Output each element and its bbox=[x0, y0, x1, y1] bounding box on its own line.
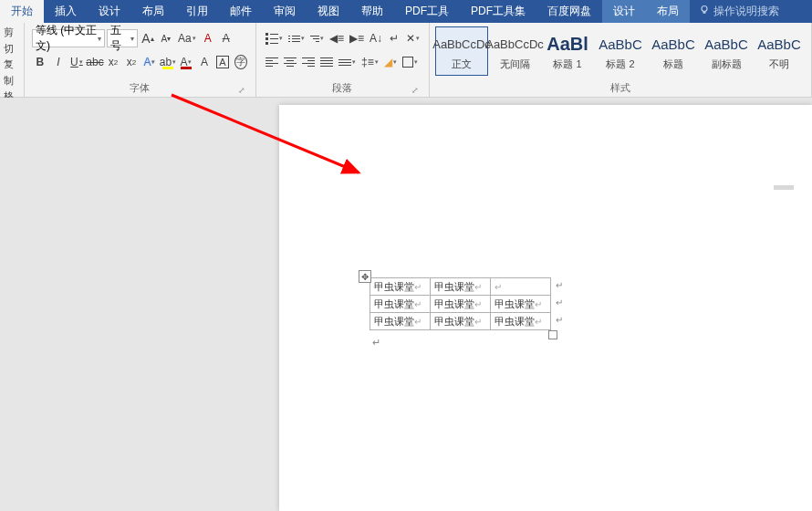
table-row[interactable]: 甲虫课堂↵ 甲虫课堂↵ 甲虫课堂↵ bbox=[370, 296, 551, 313]
highlight-button[interactable]: ab▾ bbox=[160, 53, 176, 71]
bullets-button[interactable]: ▾ bbox=[264, 29, 285, 47]
font-size-value: 五号 bbox=[110, 23, 130, 54]
tab-reference[interactable]: 引用 bbox=[175, 0, 219, 23]
tab-pdftools[interactable]: PDF工具 bbox=[394, 0, 460, 23]
document-table[interactable]: 甲虫课堂↵ 甲虫课堂↵ ↵ 甲虫课堂↵ 甲虫课堂↵ 甲虫课堂↵ 甲虫课堂↵ 甲虫… bbox=[370, 277, 551, 330]
increase-font-button[interactable]: A▴ bbox=[140, 29, 156, 47]
tab-design[interactable]: 设计 bbox=[88, 0, 131, 23]
subscript-button[interactable]: x2 bbox=[105, 53, 121, 71]
tab-pdftoolset[interactable]: PDF工具集 bbox=[460, 0, 536, 23]
multilevel-list-button[interactable]: ▾ bbox=[308, 29, 326, 47]
sort-button[interactable]: A↓ bbox=[368, 29, 384, 47]
change-case-button[interactable]: Aa▾ bbox=[176, 29, 198, 47]
style-subtitle[interactable]: AaBbC 副标题 bbox=[700, 26, 753, 76]
paragraph-dialog-launcher[interactable]: ⤢ bbox=[411, 86, 420, 95]
strikethrough-button[interactable]: abc bbox=[87, 53, 103, 71]
table-cell[interactable]: 甲虫课堂↵ bbox=[431, 313, 491, 330]
justify-button[interactable] bbox=[318, 53, 335, 71]
table-cell[interactable]: ↵ bbox=[491, 278, 551, 296]
tab-review[interactable]: 审阅 bbox=[263, 0, 307, 23]
numbering-button[interactable]: ▾ bbox=[286, 29, 307, 47]
distribute-button[interactable]: ▾ bbox=[337, 53, 358, 71]
enclose-char-button[interactable]: 字 bbox=[233, 53, 249, 71]
row-end-mark: ↵ bbox=[556, 297, 563, 308]
table-cell[interactable]: 甲虫课堂↵ bbox=[370, 278, 431, 296]
cut-button[interactable]: 剪切 bbox=[4, 25, 20, 57]
row-end-mark: ↵ bbox=[556, 315, 563, 325]
dropdown-arrow-icon: ▾ bbox=[130, 35, 134, 43]
table-cell[interactable]: 甲虫课堂↵ bbox=[431, 278, 491, 296]
style-normal[interactable]: AaBbCcDc 正文 bbox=[435, 26, 488, 76]
table-cell[interactable]: 甲虫课堂↵ bbox=[370, 313, 431, 330]
style-other[interactable]: AaBbC 不明 bbox=[753, 26, 806, 76]
text-effects-button[interactable]: A▾ bbox=[141, 53, 158, 71]
clipboard-group: 剪切 复制 格式刷 bbox=[0, 23, 25, 97]
align-center-button[interactable] bbox=[282, 53, 298, 71]
tab-layout[interactable]: 布局 bbox=[131, 0, 175, 23]
increase-indent-button[interactable]: ▶≡ bbox=[348, 29, 366, 47]
font-group: 等线 (中文正文) ▾ 五号 ▾ A▴ A▾ Aa▾ A A B I U▾ ab… bbox=[25, 23, 256, 97]
underline-button[interactable]: U▾ bbox=[68, 53, 85, 71]
table-resize-handle[interactable] bbox=[548, 330, 557, 339]
table-row[interactable]: 甲虫课堂↵ 甲虫课堂↵ ↵ bbox=[370, 278, 551, 296]
tell-me-search[interactable]: 操作说明搜索 bbox=[690, 4, 788, 19]
asian-layout-button[interactable]: ✕▾ bbox=[404, 29, 422, 47]
tab-home[interactable]: 开始 bbox=[0, 0, 44, 23]
asian-layout-icon: ✕ bbox=[406, 32, 415, 45]
phonetic-guide-button[interactable]: A bbox=[200, 29, 216, 47]
margin-indicator bbox=[774, 185, 794, 190]
shading-button[interactable]: ◢▾ bbox=[382, 53, 399, 71]
tab-insert[interactable]: 插入 bbox=[44, 0, 88, 23]
font-name-select[interactable]: 等线 (中文正文) ▾ bbox=[32, 29, 105, 47]
tab-view[interactable]: 视图 bbox=[307, 0, 350, 23]
copy-button[interactable]: 复制 bbox=[4, 57, 20, 89]
tab-mail[interactable]: 邮件 bbox=[219, 0, 263, 23]
char-border-button[interactable]: A bbox=[214, 53, 231, 71]
font-size-select[interactable]: 五号 ▾ bbox=[107, 29, 138, 47]
paragraph-mark: ↵ bbox=[372, 337, 380, 349]
style-heading1[interactable]: AaBl 标题 1 bbox=[541, 26, 594, 76]
line-spacing-button[interactable]: ‡≡▾ bbox=[359, 53, 380, 71]
tab-baidudisk[interactable]: 百度网盘 bbox=[536, 0, 602, 23]
table-row[interactable]: 甲虫课堂↵ 甲虫课堂↵ 甲虫课堂↵ bbox=[370, 313, 551, 330]
font-group-label: 字体 ⤢ bbox=[32, 79, 248, 97]
decrease-font-button[interactable]: A▾ bbox=[158, 29, 174, 47]
dropdown-arrow-icon: ▾ bbox=[98, 35, 101, 43]
align-left-button[interactable] bbox=[264, 53, 280, 71]
tab-table-design[interactable]: 设计 bbox=[602, 0, 646, 23]
style-title[interactable]: AaBbC 标题 bbox=[647, 26, 700, 76]
style-no-spacing[interactable]: AaBbCcDc 无间隔 bbox=[488, 26, 541, 76]
sort-icon: A↓ bbox=[370, 32, 382, 45]
superscript-button[interactable]: x2 bbox=[123, 53, 140, 71]
document-area[interactable]: ✥ 甲虫课堂↵ 甲虫课堂↵ ↵ 甲虫课堂↵ 甲虫课堂↵ 甲虫课堂↵ 甲虫课堂↵ … bbox=[0, 98, 812, 511]
numbering-icon bbox=[288, 36, 300, 42]
decrease-indent-button[interactable]: ◀≡ bbox=[328, 29, 346, 47]
bold-button[interactable]: B bbox=[32, 53, 48, 71]
table-cell[interactable]: 甲虫课堂↵ bbox=[491, 296, 551, 313]
move-icon: ✥ bbox=[361, 272, 369, 282]
justify-icon bbox=[320, 57, 333, 67]
table-cell[interactable]: 甲虫课堂↵ bbox=[431, 296, 491, 313]
align-left-icon bbox=[265, 57, 278, 67]
show-marks-button[interactable]: ↵ bbox=[386, 29, 402, 47]
italic-button[interactable]: I bbox=[50, 53, 67, 71]
char-shading-button[interactable]: A bbox=[196, 53, 213, 71]
clear-formatting-button[interactable]: A bbox=[218, 29, 234, 47]
table-move-handle[interactable]: ✥ bbox=[359, 270, 371, 283]
line-spacing-icon: ‡≡ bbox=[361, 56, 374, 68]
table-cell[interactable]: 甲虫课堂↵ bbox=[370, 296, 431, 313]
tab-help[interactable]: 帮助 bbox=[350, 0, 394, 23]
align-right-button[interactable] bbox=[300, 53, 317, 71]
borders-button[interactable]: ▾ bbox=[401, 53, 420, 71]
ribbon-content: 剪切 复制 格式刷 等线 (中文正文) ▾ 五号 ▾ A▴ A▾ Aa▾ A A bbox=[0, 23, 812, 98]
font-color-button[interactable]: A▾ bbox=[178, 53, 194, 71]
pilcrow-icon: ↵ bbox=[390, 32, 399, 45]
table-cell[interactable]: 甲虫课堂↵ bbox=[491, 313, 551, 330]
style-heading2[interactable]: AaBbC 标题 2 bbox=[594, 26, 647, 76]
font-dialog-launcher[interactable]: ⤢ bbox=[237, 86, 246, 95]
bulb-icon bbox=[699, 5, 710, 18]
svg-point-0 bbox=[702, 6, 707, 12]
styles-group: AaBbCcDc 正文 AaBbCcDc 无间隔 AaBl 标题 1 AaBbC… bbox=[430, 23, 812, 97]
tab-table-layout[interactable]: 布局 bbox=[646, 0, 690, 23]
align-right-icon bbox=[302, 57, 315, 67]
